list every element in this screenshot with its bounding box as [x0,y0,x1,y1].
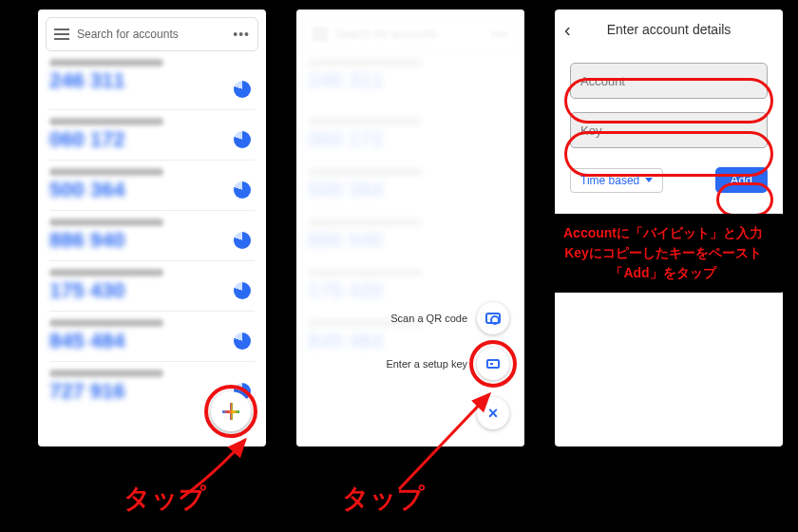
phone-fab-menu: Search for accounts••• 246 311 060 172 5… [296,10,524,446]
code-item[interactable]: 886 940 [49,210,255,260]
instruction-box: Accountに「バイビット」と入力 Keyにコピーしたキーをペースト 「Add… [536,214,790,293]
add-account-fab[interactable] [211,391,251,431]
chevron-down-icon [645,178,653,182]
code-item[interactable]: 060 172 [49,109,255,160]
camera-icon [485,313,501,324]
menu-enter-key[interactable]: Enter a setup key [386,348,509,380]
timer-icon [234,332,251,350]
account-field[interactable]: Account [570,63,768,99]
code-list: 246 311 060 172 500 364 886 940 175 430 … [38,59,266,411]
type-dropdown[interactable]: Time based [570,168,663,193]
close-icon: × [488,404,499,424]
code-item[interactable]: 500 364 [49,160,255,210]
timer-icon [234,181,251,199]
search-bar[interactable]: Search for accounts ••• [46,17,258,51]
timer-icon [234,282,251,299]
header: ‹ Enter account details [555,10,783,49]
code-item[interactable]: 175 430 [49,260,255,311]
account-dots-icon[interactable]: ••• [233,27,250,42]
keyboard-icon [486,359,500,369]
search-placeholder: Search for accounts [77,28,225,41]
timer-icon [234,131,251,148]
menu-scan-qr[interactable]: Scan a QR code [390,302,509,334]
add-button[interactable]: Add [715,167,768,193]
phone-authenticator-list: Search for accounts ••• 246 311 060 172 … [38,10,266,446]
timer-icon [234,81,251,98]
back-icon[interactable]: ‹ [564,19,585,41]
code-item[interactable]: 845 484 [49,311,255,361]
annotation-tap-2: タップ [342,481,425,517]
plus-icon [222,403,239,420]
key-field[interactable]: Key [570,112,768,148]
timer-icon [234,232,251,249]
code-item[interactable]: 246 311 [49,59,255,109]
menu-icon[interactable] [54,28,69,40]
annotation-tap-1: タップ [124,481,206,517]
page-title: Enter account details [585,22,752,37]
menu-close[interactable]: × [477,397,509,429]
